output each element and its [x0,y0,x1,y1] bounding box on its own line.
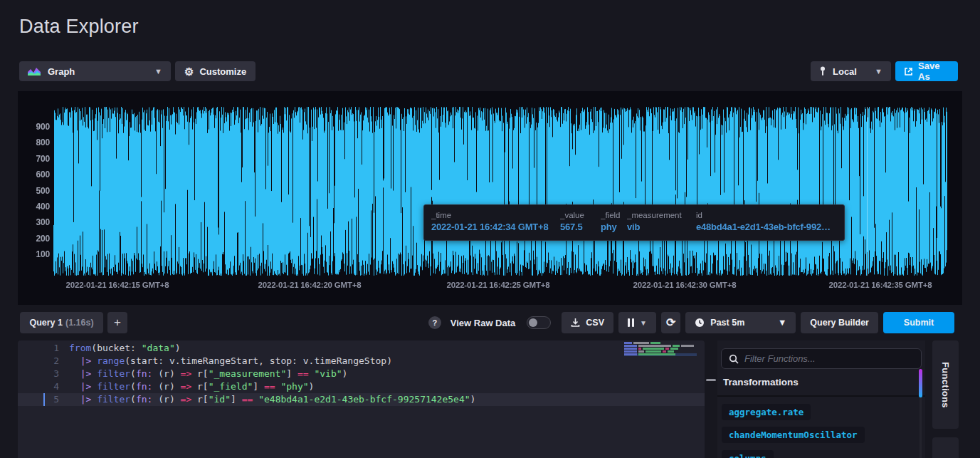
line-number: 2 [18,355,59,368]
submit-button[interactable]: Submit [883,312,954,333]
chevron-down-icon: ▼ [875,67,882,76]
flux-code-editor[interactable]: 1from(bucket: "data")2 |> range(start: v… [18,340,705,458]
panel-resize-handle[interactable] [706,379,716,381]
y-tick-label: 200 [18,234,50,244]
x-tick-label: 2022-01-21 16:42:20 GMT+8 [258,281,362,289]
query-builder-button[interactable]: Query Builder [801,312,878,333]
export-icon [904,67,913,76]
local-label: Local [833,66,857,77]
pin-icon [819,66,826,76]
chart-panel: 900800700600500400300200100 2022-01-21 1… [18,91,962,305]
hover-crosshair [867,107,868,276]
chart-canvas[interactable] [18,91,962,305]
customize-button[interactable]: ⚙ Customize [175,61,255,81]
query-duration: (1.16s) [65,318,94,328]
hover-tooltip: _time2022-01-21 16:42:34 GMT+8_value567.… [423,204,845,241]
code-line[interactable]: 1from(bucket: "data") [18,342,705,355]
y-tick-label: 700 [18,154,50,164]
code-line[interactable]: 3 |> filter(fn: (r) => r["_measurement"]… [18,368,705,380]
gear-icon: ⚙ [184,66,194,77]
functions-tab-label: Functions [940,362,951,408]
x-tick-label: 2022-01-21 16:42:30 GMT+8 [633,281,737,289]
y-tick-label: 300 [18,217,50,227]
scrollbar-thumb[interactable] [919,369,922,397]
customize-label: Customize [199,66,246,77]
tooltip-column: _fieldphy [601,211,627,240]
y-tick-label: 900 [18,122,50,132]
filter-functions-search[interactable] [721,348,922,369]
query-tab-name: Query 1 [29,318,63,328]
editor-minimap[interactable] [624,342,705,356]
line-number: 1 [18,342,59,355]
chevron-down-icon: ▼ [778,318,786,328]
help-icon[interactable]: ? [428,316,441,329]
y-tick-label: 100 [18,249,50,259]
toggle-knob [529,318,537,327]
function-chip[interactable]: aggregate.rate [722,404,811,420]
code-line[interactable]: 4 |> filter(fn: (r) => r["_field"] == "p… [18,380,705,393]
y-tick-label: 400 [18,202,50,212]
functions-panel: Transformations aggregate.ratechandeMome… [717,340,925,458]
csv-download-button[interactable]: CSV [562,312,613,333]
x-tick-label: 2022-01-21 16:42:15 GMT+8 [66,281,169,289]
query-tab[interactable]: Query 1 (1.16s) [20,312,103,333]
tooltip-column: _value567.5 [560,211,601,240]
code-line[interactable]: 2 |> range(start: v.timeRangeStart, stop… [18,355,705,368]
visualization-type-label: Graph [48,66,75,77]
csv-label: CSV [586,318,604,328]
tab-below-functions[interactable] [932,437,959,458]
function-chip[interactable]: columns [722,450,774,458]
clock-icon [695,318,705,328]
x-tick-label: 2022-01-21 16:42:25 GMT+8 [447,281,550,289]
code-text: |> filter(fn: (r) => r["_field"] == "phy… [69,380,314,393]
code-text: from(bucket: "data") [69,342,181,355]
section-divider [717,395,925,397]
line-number: 4 [18,380,59,393]
function-chip[interactable]: chandeMomentumOscillator [722,427,865,443]
add-query-button[interactable]: + [107,312,127,333]
search-input[interactable] [744,353,914,364]
pause-icon [628,318,634,327]
view-raw-data-toggle[interactable] [527,316,551,329]
view-raw-data-label: View Raw Data [451,318,516,328]
write-target-dropdown[interactable]: Local ▼ [811,61,891,81]
visualization-type-dropdown[interactable]: Graph ▼ [19,61,171,81]
code-text: |> filter(fn: (r) => r["_measurement"] =… [69,368,347,380]
search-icon [729,354,739,364]
pause-button[interactable]: ▼ [618,312,656,333]
save-as-button[interactable]: Save As [895,61,958,81]
chevron-down-icon: ▼ [640,319,647,327]
graph-icon [28,67,41,76]
download-icon [571,318,580,328]
code-text: |> filter(fn: (r) => r["id"] == "e48bd4a… [69,393,475,406]
y-tick-label: 800 [18,137,50,147]
transformations-section-header: Transformations [723,377,799,387]
tooltip-column: ide48bd4a1-e2d1-43eb-bfcf-992… [696,211,837,240]
y-tick-label: 600 [18,170,50,179]
y-tick-label: 500 [18,186,50,196]
chevron-down-icon: ▼ [154,67,162,76]
code-text: |> range(start: v.timeRangeStart, stop: … [69,355,392,368]
save-as-label: Save As [918,61,949,82]
refresh-button[interactable]: ⟳ [661,312,680,333]
tooltip-column: _time2022-01-21 16:42:34 GMT+8 [431,211,560,240]
page-title: Data Explorer [19,16,139,38]
line-number: 5 [18,393,59,406]
code-line[interactable]: 5 |> filter(fn: (r) => r["id"] == "e48bd… [18,393,705,406]
line-number: 3 [18,368,59,380]
tab-functions[interactable]: Functions [932,340,959,429]
refresh-icon: ⟳ [666,317,675,328]
query-toolbar: Query 1 (1.16s) + ? View Raw Data CSV ▼ … [0,311,980,334]
time-range-dropdown[interactable]: Past 5m ▼ [685,312,796,333]
x-tick-label: 2022-01-21 16:42:35 GMT+8 [829,281,932,289]
tooltip-column: _measurementvib [627,211,696,240]
time-range-label: Past 5m [710,318,744,328]
